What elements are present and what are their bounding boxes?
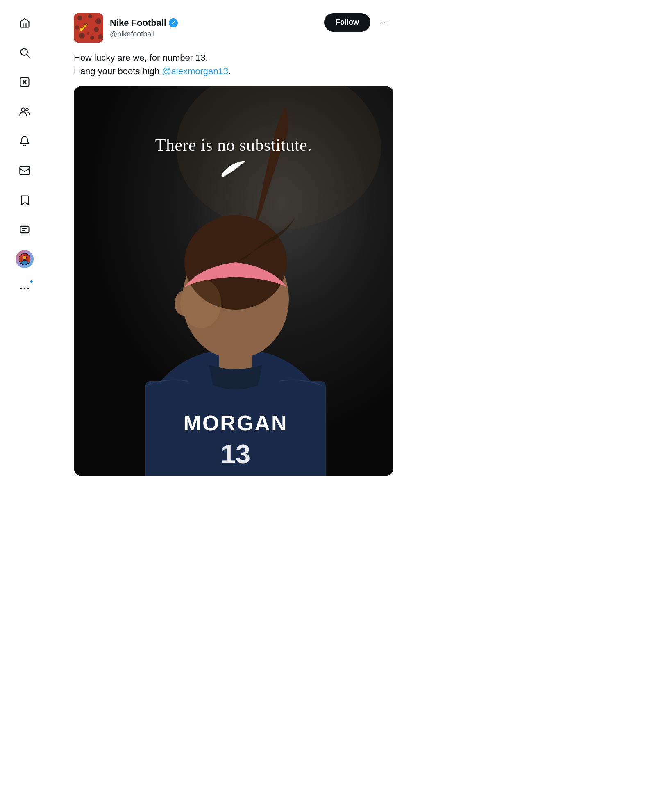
svg-point-19 [95,18,101,24]
svg-point-14 [20,288,21,289]
tweet-header: ✓ Nike Football ✓ @nikefootball Follow ·… [74,13,393,43]
tweet-image-content: MORGAN 13 There is no substitute. [74,86,393,476]
svg-point-4 [25,108,28,111]
tweet-line2: Hang your boots high @alexmorgan13. [74,64,393,78]
follow-button[interactable]: Follow [324,13,370,32]
tweet-header-left: ✓ Nike Football ✓ @nikefootball [74,13,178,43]
tweet-mention[interactable]: @alexmorgan13 [162,66,228,76]
account-handle[interactable]: @nikefootball [110,30,178,39]
account-name[interactable]: Nike Football [110,18,166,28]
svg-text:13: 13 [221,439,250,469]
account-info: Nike Football ✓ @nikefootball [110,18,178,39]
notification-dot [30,280,34,284]
svg-point-24 [90,36,94,40]
svg-point-13 [27,288,28,289]
tweet-image: MORGAN 13 There is no substitute. [74,86,393,476]
profile-avatar [16,250,34,268]
svg-line-1 [27,55,29,57]
sidebar-item-notifications[interactable] [11,128,38,154]
tweet-line1: How lucky are we, for number 13. [74,51,393,64]
sidebar-item-spaces[interactable] [11,69,38,95]
sidebar-item-profile[interactable] [11,246,38,272]
sidebar-item-more[interactable] [11,275,38,302]
tweet-body: How lucky are we, for number 13. Hang yo… [74,51,393,78]
account-name-row: Nike Football ✓ [110,18,178,28]
svg-rect-5 [20,167,29,175]
main-content: ✓ Nike Football ✓ @nikefootball Follow ·… [49,0,418,790]
sidebar-item-bookmarks[interactable] [11,187,38,213]
sidebar-item-communities[interactable] [11,98,38,125]
svg-point-17 [77,16,82,20]
svg-point-26 [87,32,89,35]
account-avatar[interactable]: ✓ [74,13,103,43]
tweet-text: How lucky are we, for number 13. Hang yo… [74,51,393,78]
sidebar-item-messages[interactable] [11,157,38,184]
more-options-button[interactable]: ··· [377,14,393,31]
svg-point-22 [94,27,99,32]
sidebar-item-search[interactable] [11,39,38,66]
sidebar-item-lists[interactable] [11,216,38,243]
verified-badge: ✓ [169,18,178,27]
svg-point-12 [24,288,25,289]
svg-point-10 [23,256,26,260]
svg-point-38 [180,279,221,328]
tweet-card: ✓ Nike Football ✓ @nikefootball Follow ·… [74,0,393,489]
svg-point-18 [88,14,92,18]
svg-point-3 [21,108,25,111]
sidebar-item-home[interactable] [11,10,38,36]
svg-point-11 [21,260,28,265]
svg-point-25 [98,34,103,39]
svg-rect-6 [20,226,29,233]
image-tagline: There is no substitute. [74,135,393,184]
sidebar [0,0,49,790]
svg-text:MORGAN: MORGAN [184,411,288,435]
nike-swoosh-icon [219,160,248,180]
tweet-header-right: Follow ··· [324,13,393,32]
